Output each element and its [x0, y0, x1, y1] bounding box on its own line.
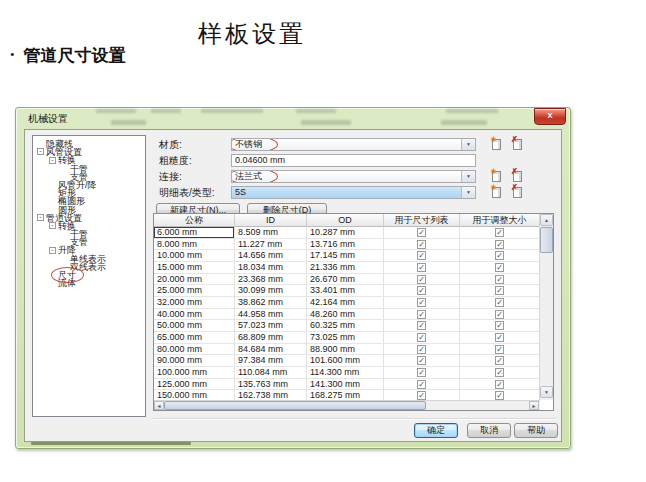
cell[interactable]: 80.000 mm — [154, 344, 235, 356]
sizing-checkbox-checked[interactable]: ✓ — [495, 368, 504, 377]
new-material-icon[interactable]: ✶ — [491, 138, 503, 151]
chevron-down-icon[interactable]: ▼ — [461, 139, 475, 150]
tree-item[interactable]: -管道设置 — [33, 213, 145, 221]
column-header-nominal[interactable]: 公称 — [154, 214, 235, 227]
horizontal-scroll-thumb[interactable] — [164, 401, 426, 410]
cell[interactable]: 84.684 mm — [235, 344, 307, 356]
cell[interactable]: 20.000 mm — [154, 274, 235, 286]
column-header-id[interactable]: ID — [235, 214, 307, 227]
cell[interactable]: 57.023 mm — [235, 320, 307, 332]
collapse-icon[interactable]: - — [37, 148, 44, 155]
cell[interactable]: 8.509 mm — [235, 227, 307, 239]
new-connection-icon[interactable]: ✶ — [491, 170, 503, 183]
sizing-checkbox-checked[interactable]: ✓ — [495, 275, 504, 284]
tree-item[interactable]: 风管升/降 — [33, 180, 145, 188]
sizing-checkbox-checked[interactable]: ✓ — [495, 251, 504, 260]
tree-item[interactable]: -转换 — [33, 155, 145, 163]
material-dropdown[interactable]: 不锈钢 ▼ — [231, 138, 476, 151]
collapse-icon[interactable]: - — [37, 214, 44, 221]
cell[interactable]: 23.368 mm — [235, 274, 307, 286]
cell[interactable]: 26.670 mm — [307, 274, 384, 286]
tree-item[interactable]: 双线表示 — [33, 262, 145, 270]
chevron-down-icon[interactable]: ▼ — [461, 187, 475, 198]
tree-item[interactable]: -转换 — [33, 221, 145, 229]
size-list-checkbox-checked[interactable]: ✓ — [417, 333, 426, 342]
cell[interactable]: 6.000 mm — [154, 227, 235, 239]
cell[interactable]: 44.958 mm — [235, 309, 307, 321]
cell[interactable]: 135.763 mm — [235, 379, 307, 391]
size-list-checkbox-checked[interactable]: ✓ — [417, 228, 426, 237]
cell[interactable]: 50.000 mm — [154, 320, 235, 332]
cell[interactable]: 30.099 mm — [235, 285, 307, 297]
cell[interactable]: 114.300 mm — [307, 367, 384, 379]
cell[interactable]: 90.000 mm — [154, 355, 235, 367]
tree-item[interactable]: -风管设置 — [33, 147, 145, 155]
cell[interactable]: 10.000 mm — [154, 250, 235, 262]
size-list-checkbox-checked[interactable]: ✓ — [417, 356, 426, 365]
chevron-down-icon[interactable]: ▼ — [461, 171, 475, 182]
scroll-down-icon[interactable]: ▼ — [540, 386, 553, 398]
sizing-checkbox-checked[interactable]: ✓ — [495, 380, 504, 389]
size-list-checkbox-checked[interactable]: ✓ — [417, 275, 426, 284]
sizing-checkbox-checked[interactable]: ✓ — [495, 356, 504, 365]
cell[interactable]: 125.000 mm — [154, 379, 235, 391]
cell[interactable]: 65.000 mm — [154, 332, 235, 344]
collapse-icon[interactable]: - — [49, 157, 56, 164]
sizing-checkbox-checked[interactable]: ✓ — [495, 333, 504, 342]
help-button[interactable]: 帮助 — [514, 423, 558, 438]
vertical-scrollbar[interactable]: ▲ ▼ — [539, 214, 553, 400]
sizing-checkbox-checked[interactable]: ✓ — [495, 345, 504, 354]
roughness-input[interactable]: 0.04600 mm — [231, 154, 476, 167]
tree-item[interactable]: 支管 — [33, 237, 145, 245]
tree-item[interactable]: 椭圆形 — [33, 196, 145, 204]
cell[interactable]: 21.336 mm — [307, 262, 384, 274]
delete-schedule-icon[interactable]: ✗ — [512, 186, 524, 199]
cell[interactable]: 17.145 mm — [307, 250, 384, 262]
cell[interactable]: 110.084 mm — [235, 367, 307, 379]
sizing-checkbox-checked[interactable]: ✓ — [495, 391, 504, 400]
cell[interactable]: 141.300 mm — [307, 379, 384, 391]
collapse-icon[interactable]: - — [49, 222, 56, 229]
cell[interactable]: 101.600 mm — [307, 355, 384, 367]
size-list-checkbox-checked[interactable]: ✓ — [417, 263, 426, 272]
ok-button[interactable]: 确定 — [414, 423, 458, 438]
cell[interactable]: 38.862 mm — [235, 297, 307, 309]
sizing-checkbox-checked[interactable]: ✓ — [495, 240, 504, 249]
size-list-checkbox-checked[interactable]: ✓ — [417, 310, 426, 319]
cell[interactable]: 100.000 mm — [154, 367, 235, 379]
size-list-checkbox-checked[interactable]: ✓ — [417, 321, 426, 330]
column-header-sizing[interactable]: 用于调整大小 — [460, 214, 540, 227]
cell[interactable]: 18.034 mm — [235, 262, 307, 274]
cell[interactable]: 11.227 mm — [235, 239, 307, 251]
close-button[interactable]: x — [534, 108, 566, 125]
tree-item[interactable]: 流体 — [33, 278, 145, 286]
cell[interactable]: 88.900 mm — [307, 344, 384, 356]
cell[interactable]: 48.260 mm — [307, 309, 384, 321]
cancel-button[interactable]: 取消 — [467, 423, 511, 438]
cell[interactable]: 40.000 mm — [154, 309, 235, 321]
column-header-size-list[interactable]: 用于尺寸列表 — [384, 214, 460, 227]
scroll-left-icon[interactable]: ◄ — [154, 401, 164, 410]
schedule-type-dropdown[interactable]: 5S ▼ — [231, 186, 476, 199]
cell[interactable]: 42.164 mm — [307, 297, 384, 309]
sizing-checkbox-checked[interactable]: ✓ — [495, 263, 504, 272]
sizing-checkbox-checked[interactable]: ✓ — [495, 321, 504, 330]
horizontal-scrollbar[interactable]: ◄ ► — [154, 400, 540, 410]
tree-item[interactable]: 干管 — [33, 229, 145, 237]
delete-connection-icon[interactable]: ✗ — [512, 170, 524, 183]
cell[interactable]: 15.000 mm — [154, 262, 235, 274]
tree-item[interactable]: 干管 — [33, 164, 145, 172]
cell[interactable]: 13.716 mm — [307, 239, 384, 251]
size-list-checkbox-checked[interactable]: ✓ — [417, 380, 426, 389]
cell[interactable]: 10.287 mm — [307, 227, 384, 239]
new-schedule-icon[interactable]: ✶ — [491, 186, 503, 199]
connection-dropdown[interactable]: 法兰式 ▼ — [231, 170, 476, 183]
column-header-od[interactable]: OD — [307, 214, 384, 227]
sizing-checkbox-checked[interactable]: ✓ — [495, 310, 504, 319]
size-list-checkbox-checked[interactable]: ✓ — [417, 251, 426, 260]
sizing-checkbox-checked[interactable]: ✓ — [495, 228, 504, 237]
settings-tree[interactable]: 隐藏线-风管设置-转换干管支管风管升/降矩形椭圆形圆形-管道设置-转换干管支管-… — [32, 135, 146, 417]
size-list-checkbox-checked[interactable]: ✓ — [417, 345, 426, 354]
cell[interactable]: 60.325 mm — [307, 320, 384, 332]
scroll-right-icon[interactable]: ► — [529, 401, 539, 410]
